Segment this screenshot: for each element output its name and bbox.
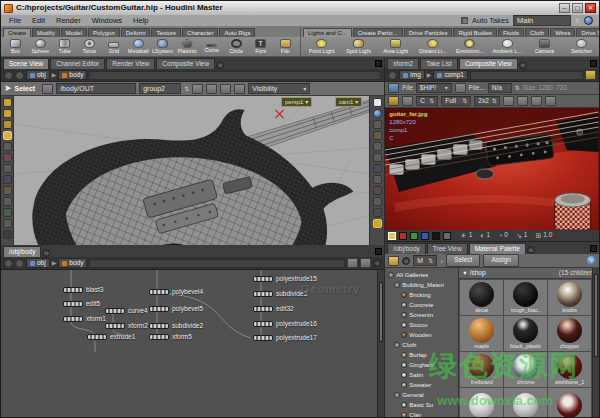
composite-image-view[interactable]: guitar_far.jpg 1280x720 comp1 C [385, 108, 599, 230]
select-material-button[interactable]: Select [446, 254, 480, 267]
node-body-icon[interactable] [105, 323, 125, 329]
selection-path-field[interactable]: /body/OUT [56, 83, 136, 94]
rotate-tool-icon[interactable] [3, 153, 12, 162]
camera-view-selector[interactable]: cam1 ▾ [335, 97, 363, 107]
help-globe-icon[interactable] [373, 109, 382, 118]
material-item[interactable]: wishbone_1 [548, 352, 591, 387]
material-gear-icon[interactable]: ☼ [402, 257, 410, 265]
shelf-tool[interactable]: Spot Light [344, 39, 373, 55]
layout-icon[interactable] [373, 98, 382, 107]
node-body-icon[interactable] [253, 276, 273, 282]
shelf-tab[interactable]: Create Partic... [353, 28, 403, 37]
node-body-icon[interactable] [253, 306, 273, 312]
shelf-tab[interactable]: Auto Rigs [219, 28, 255, 37]
material-item[interactable] [504, 388, 547, 418]
network-scrollbar[interactable] [377, 270, 384, 418]
material-item[interactable] [460, 388, 503, 418]
shelf-tab[interactable]: Fluids [498, 28, 524, 37]
material-item[interactable]: chopper [548, 316, 591, 351]
network-node[interactable]: extrude1 [87, 334, 135, 341]
pane-tab[interactable]: xform2 [387, 58, 419, 70]
gallery-tree-item[interactable]: Basic Su [385, 400, 458, 410]
adjust-control[interactable]: ☀ 1 [460, 232, 472, 239]
gallery-tree-item[interactable]: Concrete [385, 300, 458, 310]
info-tool-icon[interactable] [3, 230, 12, 239]
pose-tool-icon[interactable] [3, 175, 12, 184]
gallery-tree-item[interactable]: Sweater [385, 380, 458, 390]
translate-tool-icon[interactable] [3, 142, 12, 151]
channel-comp-swatch[interactable] [443, 232, 451, 240]
material-scrollbar[interactable] [592, 268, 599, 418]
network-node[interactable]: blast3 [63, 287, 103, 294]
pane-tab[interactable]: Tree View [427, 243, 468, 255]
shelf-tool[interactable]: Point Light [307, 39, 336, 55]
display-normals-icon[interactable] [373, 153, 382, 162]
node-body-icon[interactable] [63, 316, 83, 322]
shelf-tab[interactable]: Polygon [88, 28, 120, 37]
file-button-label[interactable]: File... [469, 85, 485, 92]
shelf-tab[interactable]: Wires [550, 28, 575, 37]
node-body-icon[interactable] [105, 308, 125, 314]
pane-tab[interactable]: Channel Editor [50, 58, 105, 70]
shelf-tool[interactable]: Sphere [29, 39, 53, 55]
take-selector[interactable]: Main [513, 15, 571, 27]
shelf-tool[interactable]: Circle [225, 39, 249, 55]
shelf-tab[interactable]: Cloth [525, 28, 549, 37]
node-body-icon[interactable] [149, 306, 169, 312]
group-spinner-icon[interactable]: ⇅ [184, 86, 189, 92]
shelf-tab[interactable]: Rigid Bodies [453, 28, 497, 37]
pane-tab[interactable]: Scene View [3, 58, 49, 70]
pane-tab[interactable]: /obj/body [387, 243, 425, 255]
fit-view-icon[interactable] [531, 96, 542, 106]
gallery-tree-item[interactable]: General [385, 390, 458, 400]
help-globe-icon[interactable] [584, 16, 593, 25]
gallery-tree-item[interactable]: Satin [385, 370, 458, 380]
back-icon[interactable] [388, 71, 397, 80]
new-gallery-folder-icon[interactable] [388, 256, 399, 266]
select-tool-icon[interactable] [3, 131, 12, 140]
shelf-tool[interactable]: LSystem [151, 39, 175, 55]
select-grow-icon[interactable] [234, 84, 245, 94]
channel-all-swatch[interactable] [388, 232, 396, 240]
gallery-tree-item[interactable]: Clay [385, 410, 458, 418]
gallery-tree-item[interactable]: Bricking [385, 290, 458, 300]
network-node[interactable]: subdivide3 [253, 291, 307, 298]
network-node[interactable]: polyextrude17 [253, 335, 317, 342]
back-icon[interactable] [4, 71, 13, 80]
node-body-icon[interactable] [149, 323, 169, 329]
shelf-tool[interactable]: Camera [530, 39, 559, 55]
file-browse-icon[interactable] [455, 83, 466, 93]
source-icon[interactable] [388, 83, 399, 93]
shelf-tool[interactable]: Box [4, 39, 28, 55]
display-lights-icon[interactable] [373, 197, 382, 206]
shelf-tool[interactable]: Switcher [567, 39, 596, 55]
gallery-tree-item[interactable]: Wooden [385, 330, 458, 340]
na-dropdown[interactable]: N/a [488, 83, 512, 94]
network-editor[interactable]: blast3 edit5 xform1 [1, 270, 384, 418]
display-wire-icon[interactable] [373, 164, 382, 173]
breadcrumb-node[interactable]: body [58, 258, 87, 269]
shelf-tab[interactable]: Drive Simula... [576, 28, 599, 37]
network-node[interactable]: polyextrude15 [253, 276, 317, 283]
select-invert-icon[interactable] [220, 84, 231, 94]
pane-tab[interactable]: Material Palette [469, 243, 526, 255]
collapse-icon[interactable]: ▾ [463, 270, 466, 277]
node-body-icon[interactable] [149, 289, 169, 295]
shelf-tool[interactable]: Environm... [455, 39, 484, 55]
adjust-control[interactable]: ◔ 0 [498, 232, 508, 239]
take-spinner-icon[interactable]: ⇅ [575, 18, 580, 24]
network-display-icon[interactable] [360, 258, 371, 268]
select-cursor-icon[interactable]: ➤ [4, 84, 12, 93]
gallery-tree-item[interactable]: Screenin [385, 310, 458, 320]
shelf-tab[interactable]: Character [182, 28, 218, 37]
zoom-dropdown[interactable]: Full ⇅ [441, 96, 471, 107]
shelf-tool[interactable]: Distant Li... [418, 39, 447, 55]
pan-view-icon[interactable] [503, 96, 514, 106]
grid-toggle-icon[interactable] [373, 219, 382, 228]
gallery-tree-item[interactable]: Burlap [385, 350, 458, 360]
pane-tab[interactable]: Render View [106, 58, 155, 70]
channel-dropdown[interactable]: C ⇅ [416, 96, 438, 107]
snapshot-icon[interactable] [388, 96, 399, 106]
menu-item[interactable]: Edit [31, 16, 46, 26]
adjust-control[interactable]: ⊞ 1.0 [535, 232, 552, 239]
